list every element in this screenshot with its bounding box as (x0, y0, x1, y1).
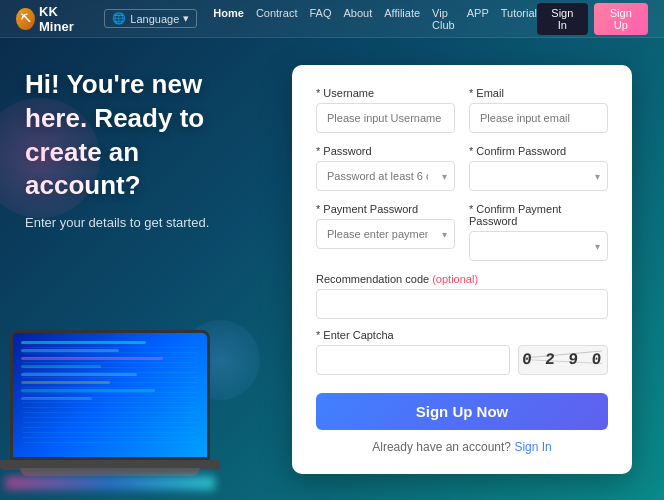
password-group: * Password ▾ (316, 145, 455, 191)
chevron-down-icon: ▾ (183, 12, 189, 25)
nav-affiliate[interactable]: Affiliate (384, 7, 420, 31)
nav-auth-buttons: Sign In Sign Up (537, 3, 648, 35)
nav-about[interactable]: About (343, 7, 372, 31)
email-label: * Email (469, 87, 608, 99)
confirm-password-wrapper: ▾ (469, 161, 608, 191)
laptop-stand (20, 468, 200, 476)
confirm-payment-input[interactable] (469, 231, 608, 261)
payment-password-input[interactable] (316, 219, 455, 249)
confirm-payment-label: * Confirm Payment Password (469, 203, 608, 227)
signup-button[interactable]: Sign Up Now (316, 393, 608, 430)
signin-link-row: Already have an account? Sign In (316, 440, 608, 454)
username-group: * Username (316, 87, 455, 133)
signup-nav-button[interactable]: Sign Up (594, 3, 648, 35)
laptop-illustration (0, 310, 270, 490)
captcha-text: 0 2 9 0 (522, 351, 605, 369)
payment-password-row: * Payment Password ▾ * Confirm Payment P… (316, 203, 608, 261)
globe-icon: 🌐 (112, 12, 126, 25)
recommendation-group: Recommendation code (optional) (316, 273, 608, 319)
left-panel: Hi! You're new here. Ready to create an … (0, 38, 260, 500)
recommendation-row: Recommendation code (optional) (316, 273, 608, 319)
username-email-row: * Username * Email (316, 87, 608, 133)
recommendation-input[interactable] (316, 289, 608, 319)
captcha-input[interactable] (316, 345, 510, 375)
username-label: * Username (316, 87, 455, 99)
screen-lines (21, 341, 199, 405)
payment-password-label: * Payment Password (316, 203, 455, 215)
confirm-password-group: * Confirm Password ▾ (469, 145, 608, 191)
captcha-label: * Enter Captcha (316, 329, 608, 341)
captcha-group: * Enter Captcha 0 2 9 0 (316, 329, 608, 375)
nav-app[interactable]: APP (467, 7, 489, 31)
main-content: Hi! You're new here. Ready to create an … (0, 38, 664, 500)
already-account-text: Already have an account? (372, 440, 511, 454)
nav-contract[interactable]: Contract (256, 7, 298, 31)
username-input[interactable] (316, 103, 455, 133)
email-group: * Email (469, 87, 608, 133)
confirm-password-input[interactable] (469, 161, 608, 191)
language-label: Language (130, 13, 179, 25)
password-label: * Password (316, 145, 455, 157)
signin-link[interactable]: Sign In (514, 440, 551, 454)
laptop-screen (10, 330, 210, 460)
signup-form-card: * Username * Email * Password ▾ (292, 65, 632, 474)
password-row: * Password ▾ * Confirm Password ▾ (316, 145, 608, 191)
captcha-row: 0 2 9 0 (316, 345, 608, 375)
confirm-payment-group: * Confirm Payment Password ▾ (469, 203, 608, 261)
nav-vipclub[interactable]: Vip Club (432, 7, 455, 31)
payment-password-wrapper: ▾ (316, 219, 455, 249)
language-selector[interactable]: 🌐 Language ▾ (104, 9, 197, 28)
signin-button[interactable]: Sign In (537, 3, 588, 35)
logo-text: KK Miner (39, 4, 88, 34)
nav-faq[interactable]: FAQ (309, 7, 331, 31)
recommendation-label: Recommendation code (optional) (316, 273, 608, 285)
nav-links: Home Contract FAQ About Affiliate Vip Cl… (213, 7, 537, 31)
password-input[interactable] (316, 161, 455, 191)
keyboard-glow (5, 476, 215, 490)
confirm-password-label: * Confirm Password (469, 145, 608, 157)
email-input[interactable] (469, 103, 608, 133)
navbar: ⛏ KK Miner 🌐 Language ▾ Home Contract FA… (0, 0, 664, 38)
captcha-image[interactable]: 0 2 9 0 (518, 345, 608, 375)
hero-subtitle: Enter your details to get started. (25, 215, 240, 230)
nav-tutorial[interactable]: Tutorial (501, 7, 537, 31)
form-panel: * Username * Email * Password ▾ (260, 38, 664, 500)
nav-home[interactable]: Home (213, 7, 244, 31)
captcha-input-group (316, 345, 510, 375)
optional-label: (optional) (432, 273, 478, 285)
payment-password-group: * Payment Password ▾ (316, 203, 455, 261)
logo[interactable]: ⛏ KK Miner (16, 4, 88, 34)
confirm-payment-wrapper: ▾ (469, 231, 608, 261)
password-wrapper: ▾ (316, 161, 455, 191)
logo-icon: ⛏ (16, 8, 35, 30)
